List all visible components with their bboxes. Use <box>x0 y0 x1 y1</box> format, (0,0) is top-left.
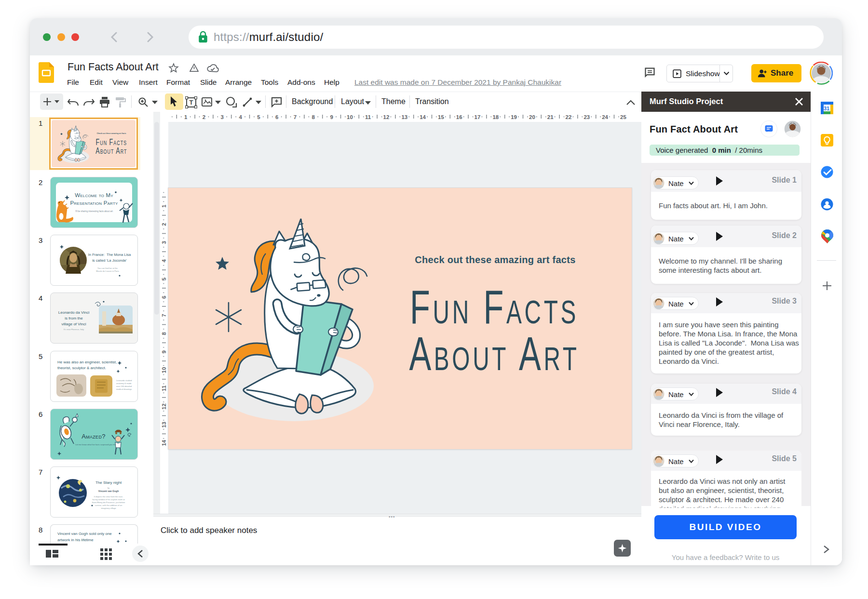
svg-text:16: 16 <box>456 114 462 120</box>
svg-text:theorist, sculptor & architect: theorist, sculptor & architect. <box>57 366 106 370</box>
svg-text:21: 21 <box>547 114 554 120</box>
svg-text:3: 3 <box>221 114 224 120</box>
svg-text:17: 17 <box>475 114 481 120</box>
svg-text:2: 2 <box>161 223 167 226</box>
svg-text:sunrise, with the addition of: sunrise, with the addition of an <box>95 504 122 506</box>
svg-text:Fun Facts: Fun Facts <box>410 280 579 333</box>
svg-text:is from the: is from the <box>65 316 83 320</box>
svg-text:13: 13 <box>401 114 407 120</box>
svg-text:The Stary night: The Stary night <box>95 480 122 485</box>
svg-text:10: 10 <box>161 367 167 373</box>
svg-text:9: 9 <box>330 114 333 120</box>
svg-text:3: 3 <box>161 241 167 244</box>
svg-text:Amazed?: Amazed? <box>81 433 106 440</box>
svg-text:8: 8 <box>312 114 315 120</box>
svg-text:facing window of his asylum ro: facing window of his asylum room at <box>92 498 125 501</box>
svg-text:Vincent van Gogh: Vincent van Gogh <box>98 490 119 493</box>
svg-text:anatomy & made: anatomy & made <box>116 382 132 385</box>
svg-text:artwork in his lifetime: artwork in his lifetime <box>57 538 94 542</box>
svg-text:It's near Florence, Italy: It's near Florence, Italy <box>64 328 84 331</box>
svg-text:11: 11 <box>365 114 371 120</box>
svg-text:14: 14 <box>161 439 167 446</box>
svg-text:11: 11 <box>161 385 167 391</box>
svg-text:imaginary village: imaginary village <box>101 507 116 509</box>
svg-text:9: 9 <box>161 350 167 353</box>
svg-text:You can find her at the: You can find her at the <box>97 267 118 269</box>
svg-text:7: 7 <box>161 314 167 317</box>
svg-text:4: 4 <box>239 114 242 120</box>
svg-text:22: 22 <box>566 114 572 120</box>
svg-text:31: 31 <box>824 106 829 111</box>
svg-text:25: 25 <box>620 114 626 120</box>
svg-text:Leonardo da Vinci: Leonardo da Vinci <box>58 310 90 315</box>
svg-text:19: 19 <box>511 114 517 120</box>
svg-text:He was also an engineer, scien: He was also an engineer, scientist, <box>57 360 117 364</box>
svg-text:1: 1 <box>184 114 188 120</box>
svg-text:5: 5 <box>161 277 167 280</box>
svg-text:24: 24 <box>602 114 608 120</box>
svg-text:About Art: About Art <box>409 327 579 380</box>
svg-text:Musée du Louvre in Paris: Musée du Louvre in Paris <box>96 270 119 272</box>
svg-text:18: 18 <box>492 114 499 120</box>
svg-text:4: 4 <box>161 259 167 262</box>
svg-text:medical drawings: medical drawings <box>116 388 132 390</box>
svg-text:1: 1 <box>161 204 167 208</box>
svg-text:20: 20 <box>529 114 535 120</box>
svg-text:over 240 detailed: over 240 detailed <box>116 385 132 387</box>
svg-text:15: 15 <box>438 114 444 120</box>
svg-text:2: 2 <box>203 114 205 120</box>
svg-text:12: 12 <box>161 403 167 410</box>
svg-text:6: 6 <box>275 114 278 120</box>
svg-text:T: T <box>190 99 193 106</box>
svg-text:8: 8 <box>161 332 167 335</box>
svg-text:13: 13 <box>161 422 167 428</box>
svg-text:Leonardo studied: Leonardo studied <box>116 379 132 382</box>
svg-text:It depicts the view from the e: It depicts the view from the east- <box>94 495 123 498</box>
svg-text:7: 7 <box>294 114 297 120</box>
svg-text:23: 23 <box>583 114 590 120</box>
svg-text:village of Vinci: village of Vinci <box>62 322 86 326</box>
svg-text:14: 14 <box>420 114 426 120</box>
svg-text:Presentation Party: Presentation Party <box>70 200 118 206</box>
svg-text:Vincent van Gogh sold only one: Vincent van Gogh sold only one <box>57 532 112 536</box>
svg-text:5: 5 <box>257 114 260 120</box>
svg-text:I'll be sharing interesting fa: I'll be sharing interesting facts about … <box>75 210 113 213</box>
svg-text:In France: The Mona Lisa: In France: The Mona Lisa <box>88 253 131 257</box>
svg-text:by: by <box>108 487 109 489</box>
svg-text:is called 'La Joconde': is called 'La Joconde' <box>92 258 127 263</box>
svg-text:Saint-Rémy-de-Provence, just b: Saint-Rémy-de-Provence, just before <box>92 501 126 504</box>
svg-text:Let me know what fun facts sur: Let me know what fun facts surprised you… <box>75 443 118 446</box>
svg-text:12: 12 <box>383 114 390 120</box>
svg-text:6: 6 <box>161 296 167 299</box>
svg-text:10: 10 <box>347 114 353 120</box>
svg-text:Check out these amazing art fa: Check out these amazing art facts <box>415 254 575 265</box>
svg-text:Welcome to My: Welcome to My <box>75 192 113 198</box>
